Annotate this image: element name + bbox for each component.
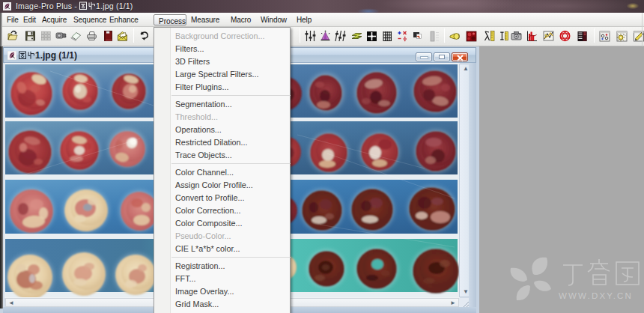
svg-text:WWW.DXY.CN: WWW.DXY.CN: [559, 291, 633, 300]
